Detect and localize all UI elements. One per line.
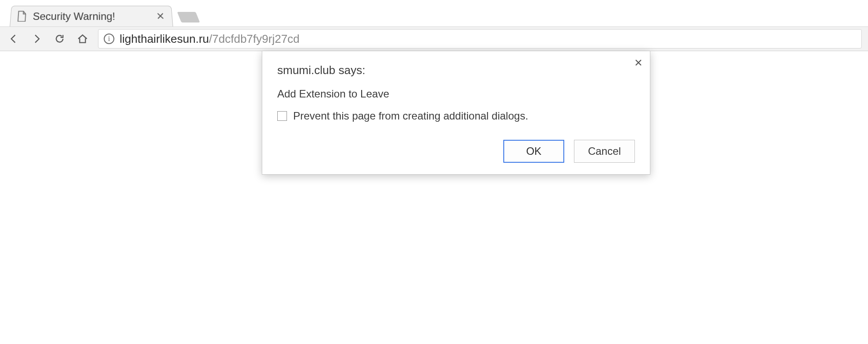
tab-close-icon[interactable]: [155, 9, 166, 23]
reload-button[interactable]: [52, 31, 67, 46]
prevent-dialogs-checkbox[interactable]: [277, 111, 287, 121]
cancel-button[interactable]: Cancel: [574, 140, 635, 163]
dialog-button-row: OK Cancel: [277, 140, 635, 163]
ok-button[interactable]: OK: [503, 140, 564, 163]
prevent-dialogs-row[interactable]: Prevent this page from creating addition…: [277, 110, 635, 122]
back-button[interactable]: [6, 31, 21, 46]
browser-tab[interactable]: Security Warning!: [10, 6, 173, 26]
tab-title: Security Warning!: [33, 10, 156, 22]
url-path: /7dcfdb7fy9rj27cd: [209, 32, 299, 45]
dialog-close-icon[interactable]: [633, 56, 644, 71]
new-tab-button[interactable]: [177, 12, 200, 22]
page-content: smumi.club says: Add Extension to Leave …: [0, 51, 868, 344]
address-bar[interactable]: i lighthairlikesun.ru/7dcfdb7fy9rj27cd: [98, 29, 862, 49]
page-icon: [17, 11, 27, 22]
url-host: lighthairlikesun.ru: [120, 32, 209, 45]
dialog-message: Add Extension to Leave: [277, 88, 635, 100]
tab-strip: Security Warning!: [0, 0, 868, 26]
site-info-icon[interactable]: i: [104, 34, 114, 44]
dialog-origin-text: smumi.club says:: [277, 64, 635, 77]
javascript-alert-dialog: smumi.club says: Add Extension to Leave …: [262, 51, 650, 175]
toolbar: i lighthairlikesun.ru/7dcfdb7fy9rj27cd: [0, 26, 868, 51]
forward-button[interactable]: [29, 31, 44, 46]
home-button[interactable]: [75, 31, 90, 46]
prevent-dialogs-label: Prevent this page from creating addition…: [293, 110, 528, 122]
url-text: lighthairlikesun.ru/7dcfdb7fy9rj27cd: [120, 32, 300, 46]
